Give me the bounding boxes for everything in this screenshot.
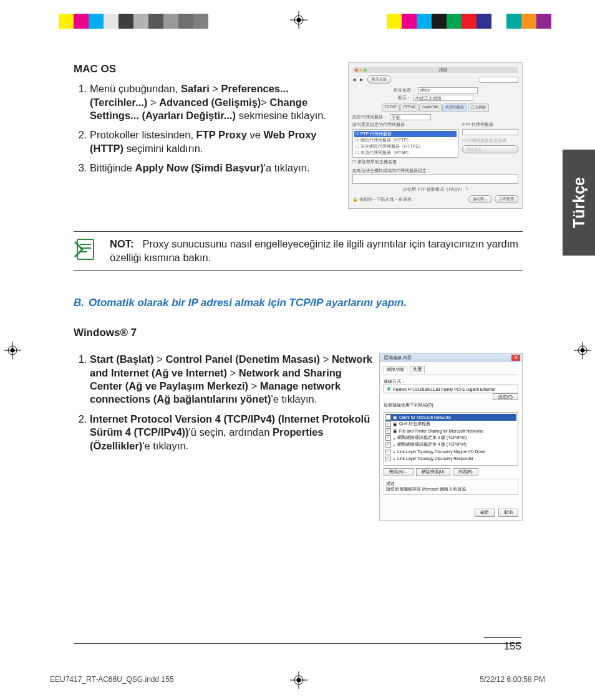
win7-steps: Start (Başlat) > Control Panel (Denetim … bbox=[74, 353, 373, 453]
list-item: Protokoller listesinden, FTP Proxy ve We… bbox=[90, 128, 342, 155]
language-tab: Türkçe bbox=[563, 150, 595, 256]
list-item: Internet Protocol Version 4 (TCP/IPv4) (… bbox=[90, 413, 373, 453]
svg-rect-16 bbox=[77, 239, 94, 259]
section-b-heading: B.Otomatik olarak bir IP adresi almak iç… bbox=[74, 297, 523, 309]
list-item: Bittiğinde Apply Now (Şimdi Başvur)'a tı… bbox=[90, 161, 342, 175]
macos-heading: MAC OS bbox=[74, 62, 342, 76]
note-text: Proxy sunucusunu nasıl engelleyeceğiniz … bbox=[110, 238, 518, 263]
registration-mark-icon bbox=[574, 342, 591, 359]
page-number: 155 bbox=[484, 637, 521, 653]
print-metadata: EEU7417_RT-AC66U_QSG.indd 155 5/22/12 6:… bbox=[50, 675, 545, 684]
win7-heading: Windows® 7 bbox=[74, 327, 523, 339]
print-timestamp: 5/22/12 6:00:58 PM bbox=[480, 675, 545, 684]
list-item: Menü çubuğundan, Safari > Preferences...… bbox=[90, 82, 342, 122]
note-box: NOT:Proxy sunucusunu nasıl engelleyeceği… bbox=[74, 231, 523, 271]
registration-mark-icon bbox=[290, 11, 307, 29]
printer-colorbar-left bbox=[44, 14, 208, 29]
printer-colorbar-right bbox=[387, 14, 551, 29]
note-label: NOT: bbox=[110, 238, 134, 249]
note-icon bbox=[74, 237, 99, 262]
indd-file: EEU7417_RT-AC66U_QSG.indd 155 bbox=[50, 675, 174, 684]
mac-proxy-screenshot: 網路 ◀▶顯示全部 所在位置：office 顯示：內建乙太網路 TCP/IPPP… bbox=[348, 62, 523, 209]
registration-mark-icon bbox=[4, 342, 21, 359]
list-item: Start (Başlat) > Control Panel (Denetim … bbox=[90, 353, 373, 406]
win7-properties-screenshot: 區域連線 內容✕ 網路功能共用 連線方式： ▣Realtek RTL8168B/… bbox=[379, 353, 523, 521]
macos-steps: Menü çubuğundan, Safari > Preferences...… bbox=[74, 82, 342, 175]
